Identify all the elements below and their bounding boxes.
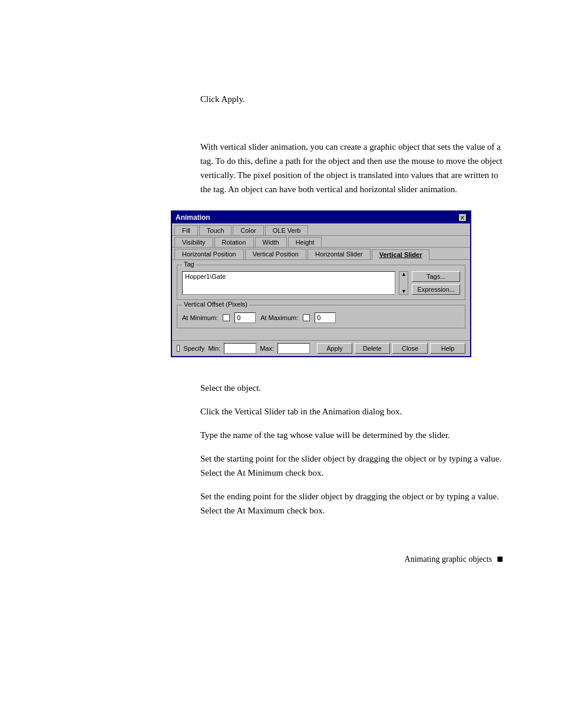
step-4: Set the starting point for the slider ob… (200, 452, 503, 480)
close-dialog-button[interactable]: Close (392, 343, 428, 354)
footer-text: Animating graphic objects (405, 555, 492, 564)
tag-input-row: Hopper1\Gate ▲ ▼ Tags... Expression... (182, 271, 460, 295)
tab-visibility[interactable]: Visibility (174, 237, 213, 247)
tabs-row2: Visibility Rotation Width Height (172, 236, 470, 248)
max-input[interactable] (277, 343, 310, 354)
description-paragraph: With vertical slider animation, you can … (200, 140, 503, 196)
description-text: With vertical slider animation, you can … (200, 142, 503, 194)
step-5: Set the ending point for the slider obje… (200, 489, 503, 518)
content-area: Click Apply. With vertical slider animat… (200, 0, 503, 565)
tab-height[interactable]: Height (288, 237, 322, 247)
dialog-container: Animation × Fill Touch Color OLE Verb Vi… (171, 210, 503, 357)
bottom-row: Specify Min: Max: Apply Delete Close Hel… (172, 340, 470, 356)
dialog-title: Animation (176, 213, 210, 222)
expression-button[interactable]: Expression... (412, 284, 460, 295)
tab-vertical-position[interactable]: Vertical Position (245, 249, 306, 259)
dialog-content: Tag Hopper1\Gate ▲ ▼ Tags... Expression.… (172, 260, 470, 338)
offset-group: Vertical Offset (Pixels) At Minimum: At … (177, 305, 465, 328)
offset-row: At Minimum: At Maximum: (182, 312, 460, 323)
tab-touch[interactable]: Touch (199, 225, 232, 235)
at-minimum-label: At Minimum: (182, 314, 218, 321)
tab-horizontal-position[interactable]: Horizontal Position (174, 249, 244, 259)
action-buttons: Apply Delete Close Help (317, 343, 465, 354)
tab-fill[interactable]: Fill (174, 225, 198, 235)
tag-buttons: Tags... Expression... (412, 271, 460, 295)
help-button[interactable]: Help (430, 343, 465, 354)
tab-rotation[interactable]: Rotation (214, 237, 254, 247)
min-label: Min: (208, 345, 220, 352)
page: Click Apply. With vertical slider animat… (0, 0, 562, 728)
animation-dialog: Animation × Fill Touch Color OLE Verb Vi… (171, 210, 471, 357)
tab-ole-verb[interactable]: OLE Verb (265, 225, 309, 235)
offset-group-label: Vertical Offset (Pixels) (182, 301, 249, 308)
footer-row: Animating graphic objects ■ (200, 553, 503, 565)
step-1: Select the object. (200, 381, 503, 395)
tag-group-label: Tag (182, 261, 196, 268)
at-maximum-label: At Maximum: (260, 314, 298, 321)
footer-bullet: ■ (497, 553, 503, 565)
apply-button[interactable]: Apply (317, 343, 352, 354)
dialog-close-button[interactable]: × (458, 213, 467, 222)
tag-group: Tag Hopper1\Gate ▲ ▼ Tags... Expression.… (177, 265, 465, 300)
delete-button[interactable]: Delete (355, 343, 390, 354)
tab-horizontal-slider[interactable]: Horizontal Slider (308, 249, 371, 259)
tag-input[interactable]: Hopper1\Gate (182, 271, 395, 295)
tab-vertical-slider[interactable]: Vertical Slider (372, 249, 430, 260)
tag-scrollbar[interactable]: ▲ ▼ (399, 271, 408, 295)
dialog-titlebar: Animation × (172, 212, 470, 223)
at-maximum-checkbox[interactable] (303, 314, 310, 321)
specify-checkbox[interactable] (177, 345, 180, 352)
click-apply-text: Click Apply. (200, 94, 245, 104)
step-3: Type the name of the tag whose value wil… (200, 428, 503, 442)
min-input[interactable] (224, 343, 256, 354)
tabs-row1: Fill Touch Color OLE Verb (172, 223, 470, 236)
tab-width[interactable]: Width (255, 237, 287, 247)
tags-button[interactable]: Tags... (412, 271, 460, 282)
specify-label: Specify (183, 345, 204, 352)
step-2: Click the Vertical Slider tab in the Ani… (200, 404, 503, 419)
max-label: Max: (260, 345, 274, 352)
tabs-row3: Horizontal Position Vertical Position Ho… (172, 248, 470, 260)
at-maximum-input[interactable] (315, 312, 336, 323)
click-apply-paragraph: Click Apply. (200, 94, 503, 104)
at-minimum-checkbox[interactable] (223, 314, 230, 321)
tab-color[interactable]: Color (233, 225, 263, 235)
at-minimum-input[interactable] (234, 312, 256, 323)
